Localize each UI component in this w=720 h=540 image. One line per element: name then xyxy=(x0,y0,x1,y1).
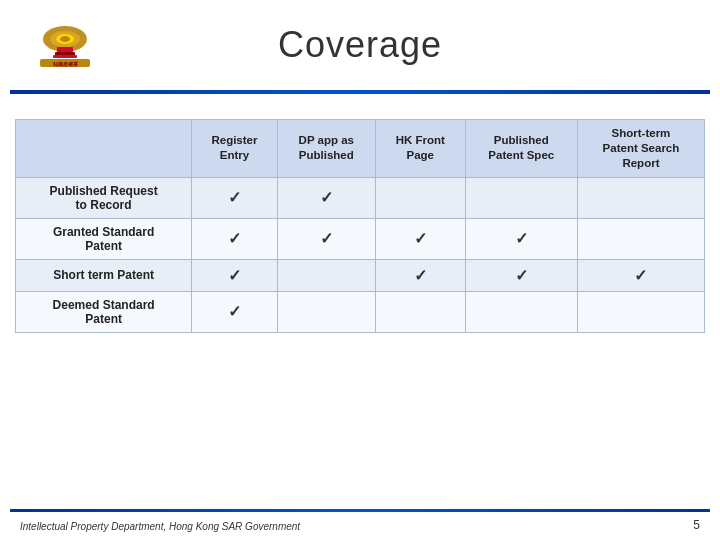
col-header-dp: DP app asPublished xyxy=(277,120,375,178)
row-label-cell: Granted StandardPatent xyxy=(16,218,192,259)
checkmark-icon: ✓ xyxy=(228,303,241,320)
svg-rect-6 xyxy=(53,55,77,58)
coverage-table: RegisterEntry DP app asPublished HK Fron… xyxy=(15,119,705,333)
cell-dp_app: ✓ xyxy=(277,177,375,218)
row-label-cell: Published Requestto Record xyxy=(16,177,192,218)
logo-area: 知識產權署 xyxy=(15,8,115,83)
main-content: RegisterEntry DP app asPublished HK Fron… xyxy=(0,94,720,338)
cell-short_term_search: ✓ xyxy=(577,259,704,291)
footer-page-number: 5 xyxy=(693,518,700,532)
cell-hk_front xyxy=(375,291,465,332)
cell-published_patent_spec xyxy=(465,291,577,332)
table-row: Granted StandardPatent✓✓✓✓ xyxy=(16,218,705,259)
checkmark-icon: ✓ xyxy=(228,230,241,247)
svg-point-3 xyxy=(60,36,70,42)
col-header-shortterm: Short-termPatent SearchReport xyxy=(577,120,704,178)
header: 知識產權署 Coverage xyxy=(0,0,720,90)
cell-short_term_search xyxy=(577,177,704,218)
checkmark-icon: ✓ xyxy=(320,230,333,247)
cell-published_patent_spec: ✓ xyxy=(465,218,577,259)
cell-hk_front: ✓ xyxy=(375,218,465,259)
cell-dp_app xyxy=(277,259,375,291)
cell-register_entry: ✓ xyxy=(192,177,277,218)
checkmark-icon: ✓ xyxy=(515,230,528,247)
checkmark-icon: ✓ xyxy=(414,267,427,284)
cell-dp_app: ✓ xyxy=(277,218,375,259)
table-row: Short term Patent✓✓✓✓ xyxy=(16,259,705,291)
table-row: Published Requestto Record✓✓ xyxy=(16,177,705,218)
cell-hk_front: ✓ xyxy=(375,259,465,291)
table-row: Deemed StandardPatent✓ xyxy=(16,291,705,332)
cell-published_patent_spec: ✓ xyxy=(465,259,577,291)
svg-text:知識產權署: 知識產權署 xyxy=(52,61,78,67)
checkmark-icon: ✓ xyxy=(634,267,647,284)
table-body: Published Requestto Record✓✓Granted Stan… xyxy=(16,177,705,332)
page-title: Coverage xyxy=(278,24,442,66)
checkmark-icon: ✓ xyxy=(228,267,241,284)
cell-register_entry: ✓ xyxy=(192,291,277,332)
col-header-hk: HK FrontPage xyxy=(375,120,465,178)
cell-register_entry: ✓ xyxy=(192,218,277,259)
cell-published_patent_spec xyxy=(465,177,577,218)
footer-left-text: Intellectual Property Department, Hong K… xyxy=(20,521,300,532)
cell-hk_front xyxy=(375,177,465,218)
checkmark-icon: ✓ xyxy=(320,189,333,206)
row-label-cell: Short term Patent xyxy=(16,259,192,291)
checkmark-icon: ✓ xyxy=(228,189,241,206)
checkmark-icon: ✓ xyxy=(414,230,427,247)
col-header-register: RegisterEntry xyxy=(192,120,277,178)
checkmark-icon: ✓ xyxy=(515,267,528,284)
col-header-published: PublishedPatent Spec xyxy=(465,120,577,178)
row-label-cell: Deemed StandardPatent xyxy=(16,291,192,332)
cell-short_term_search xyxy=(577,291,704,332)
cell-dp_app xyxy=(277,291,375,332)
footer-divider xyxy=(10,509,710,512)
cell-short_term_search xyxy=(577,218,704,259)
table-header-row: RegisterEntry DP app asPublished HK Fron… xyxy=(16,120,705,178)
col-header-empty xyxy=(16,120,192,178)
logo-icon: 知識產權署 xyxy=(35,25,95,67)
cell-register_entry: ✓ xyxy=(192,259,277,291)
